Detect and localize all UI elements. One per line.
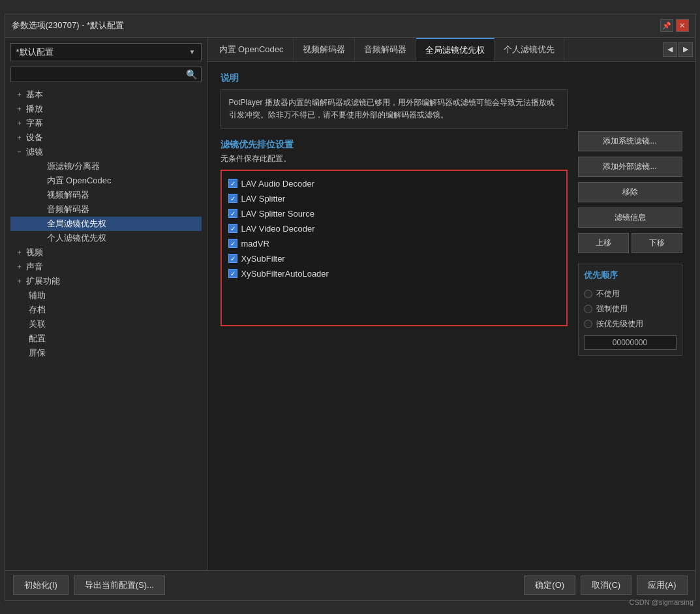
tree-label-source-filter: 源滤镜/分离器 — [47, 161, 100, 172]
initialize-button[interactable]: 初始化(I) — [13, 576, 68, 595]
tab-builtin[interactable]: 内置 OpenCodec — [210, 38, 294, 61]
radio-no-use[interactable]: 不使用 — [584, 286, 677, 301]
tree-item-extend[interactable]: ＋扩展功能 — [10, 274, 202, 288]
config-value: *默认配置 — [16, 46, 53, 58]
radio-force-use-icon — [584, 305, 592, 313]
tree-item-personal-filter-priority[interactable]: 个人滤镜优先权 — [10, 231, 202, 245]
tab-video-dec[interactable]: 视频解码器 — [294, 38, 355, 61]
filter-list: LAV Audio DecoderLAV SplitterLAV Splitte… — [221, 170, 568, 326]
tree-label-filter: 滤镜 — [26, 146, 43, 158]
filter-item-xysubfilter-auto[interactable]: XySubFilterAutoLoader — [227, 266, 561, 281]
filter-item-lav-video[interactable]: LAV Video Decoder — [227, 221, 561, 236]
tree-item-video-decoder[interactable]: 视频解码器 — [10, 188, 202, 202]
filter-info-button[interactable]: 滤镜信息 — [578, 207, 682, 228]
hex-value-input[interactable]: 00000000 — [584, 335, 677, 350]
filter-checkbox-lav-splitter-source — [228, 209, 237, 218]
bottom-bar: 初始化(I) 导出当前配置(S)... 确定(O) 取消(C) 应用(A) — [5, 570, 695, 600]
tree-label-video: 视频 — [26, 247, 43, 258]
filter-subtitle: 无条件保存此配置。 — [221, 153, 568, 164]
add-system-filter-button[interactable]: 添加系统滤镜... — [578, 131, 682, 151]
filter-label-xysubfilter-auto: XySubFilterAutoLoader — [241, 269, 329, 279]
confirm-button[interactable]: 确定(O) — [524, 576, 575, 595]
tree-label-basic: 基本 — [26, 89, 43, 100]
content-right: 添加系统滤镜... 添加外部滤镜... 移除 滤镜信息 上移 下移 优先顺序 不… — [578, 72, 682, 560]
export-button[interactable]: 导出当前配置(S)... — [74, 576, 165, 595]
expand-icon-subtitle: ＋ — [16, 118, 23, 128]
tree-item-config[interactable]: 配置 — [10, 331, 202, 346]
close-button[interactable]: ✕ — [676, 19, 689, 32]
pin-button[interactable]: 📌 — [660, 19, 673, 32]
dropdown-arrow-icon: ▼ — [189, 48, 196, 55]
search-input[interactable] — [15, 69, 186, 79]
window-title: 参数选项(230707) - *默认配置 — [12, 20, 125, 31]
filter-item-lav-splitter-source[interactable]: LAV Splitter Source — [227, 206, 561, 221]
expand-icon-device: ＋ — [16, 132, 23, 142]
priority-section: 优先顺序 不使用 强制使用 按优先级使用 00 — [578, 264, 682, 356]
filter-label-lav-splitter-source: LAV Splitter Source — [241, 209, 314, 219]
radio-priority-use[interactable]: 按优先级使用 — [584, 316, 677, 331]
radio-priority-use-label: 按优先级使用 — [596, 318, 643, 330]
filter-item-madvr[interactable]: madVR — [227, 236, 561, 251]
tree-item-related[interactable]: 关联 — [10, 317, 202, 331]
filter-checkbox-xysubfilter — [228, 254, 237, 263]
main-window: 参数选项(230707) - *默认配置 📌 ✕ *默认配置 ▼ 🔍 ＋基本＋播… — [5, 14, 696, 601]
apply-button[interactable]: 应用(A) — [637, 576, 687, 595]
tab-prev-button[interactable]: ◀ — [663, 42, 677, 57]
right-panel: 内置 OpenCodec视频解码器音频解码器全局滤镜优先权个人滤镜优先 ◀ ▶ … — [207, 38, 695, 570]
tree-item-subtitle[interactable]: ＋字幕 — [10, 116, 202, 130]
description-title: 说明 — [221, 72, 568, 84]
move-down-button[interactable]: 下移 — [632, 233, 682, 253]
title-bar: 参数选项(230707) - *默认配置 📌 ✕ — [5, 14, 695, 38]
add-external-filter-button[interactable]: 添加外部滤镜... — [578, 157, 682, 177]
filter-label-lav-splitter: LAV Splitter — [241, 194, 286, 204]
tree-label-subtitle: 字幕 — [26, 117, 43, 129]
radio-force-use[interactable]: 强制使用 — [584, 301, 677, 316]
tab-next-button[interactable]: ▶ — [678, 42, 693, 57]
tree-item-audio-decoder[interactable]: 音频解码器 — [10, 202, 202, 217]
filter-item-xysubfilter[interactable]: XySubFilter — [227, 251, 561, 266]
tree-item-video[interactable]: ＋视频 — [10, 245, 202, 260]
tree-item-basic[interactable]: ＋基本 — [10, 87, 202, 102]
tab-nav-buttons: ◀ ▶ — [663, 42, 693, 57]
priority-title: 优先顺序 — [584, 269, 677, 281]
cancel-button[interactable]: 取消(C) — [581, 576, 632, 595]
search-row: 🔍 — [10, 67, 202, 82]
tree-label-playback: 播放 — [26, 103, 43, 115]
description-text: PotPlayer 播放器内置的编解码器或滤镜已够用，用外部编解码器或滤镜可能会… — [229, 98, 555, 119]
tab-global-filter[interactable]: 全局滤镜优先权 — [416, 38, 495, 61]
tree-label-personal-filter-priority: 个人滤镜优先权 — [47, 232, 106, 244]
tree-item-archive[interactable]: 存档 — [10, 303, 202, 317]
tree-label-global-filter-priority: 全局滤镜优先权 — [47, 218, 106, 230]
filter-checkbox-lav-video — [228, 224, 237, 233]
tree-label-related: 关联 — [29, 318, 46, 330]
bottom-left-buttons: 初始化(I) 导出当前配置(S)... — [13, 576, 165, 595]
tree-label-extend: 扩展功能 — [26, 275, 60, 287]
filter-item-lav-splitter[interactable]: LAV Splitter — [227, 191, 561, 206]
tree-label-audio: 声音 — [26, 261, 43, 273]
tree-item-source-filter[interactable]: 源滤镜/分离器 — [10, 159, 202, 174]
tree-label-audio-decoder: 音频解码器 — [47, 204, 89, 215]
remove-button[interactable]: 移除 — [578, 182, 682, 202]
tree-item-device[interactable]: ＋设备 — [10, 130, 202, 145]
config-dropdown[interactable]: *默认配置 ▼ — [10, 43, 202, 61]
tab-audio-dec[interactable]: 音频解码器 — [355, 38, 416, 61]
move-up-button[interactable]: 上移 — [578, 233, 629, 253]
tree-item-filter[interactable]: －滤镜 — [10, 145, 202, 159]
tree-item-assist[interactable]: 辅助 — [10, 288, 202, 303]
tree-label-builtin-opencodec: 内置 OpenCodec — [47, 175, 112, 187]
tree-item-playback[interactable]: ＋播放 — [10, 102, 202, 116]
filter-priority-title: 滤镜优先排位设置 — [221, 139, 568, 151]
title-controls: 📌 ✕ — [660, 19, 689, 32]
tab-personal-filter[interactable]: 个人滤镜优先 — [495, 38, 564, 61]
left-panel: *默认配置 ▼ 🔍 ＋基本＋播放＋字幕＋设备－滤镜源滤镜/分离器内置 OpenC… — [5, 38, 207, 570]
tree-item-builtin-opencodec[interactable]: 内置 OpenCodec — [10, 174, 202, 188]
tree-item-screensaver[interactable]: 屏保 — [10, 346, 202, 360]
expand-icon-playback: ＋ — [16, 104, 23, 114]
filter-label-madvr: madVR — [241, 239, 269, 249]
search-icon: 🔍 — [186, 69, 197, 80]
filter-item-lav-audio[interactable]: LAV Audio Decoder — [227, 176, 561, 191]
tree-label-archive: 存档 — [29, 304, 46, 316]
bottom-right-buttons: 确定(O) 取消(C) 应用(A) — [524, 576, 687, 595]
tree-item-audio[interactable]: ＋声音 — [10, 260, 202, 274]
tree-item-global-filter-priority[interactable]: 全局滤镜优先权 — [10, 217, 202, 231]
